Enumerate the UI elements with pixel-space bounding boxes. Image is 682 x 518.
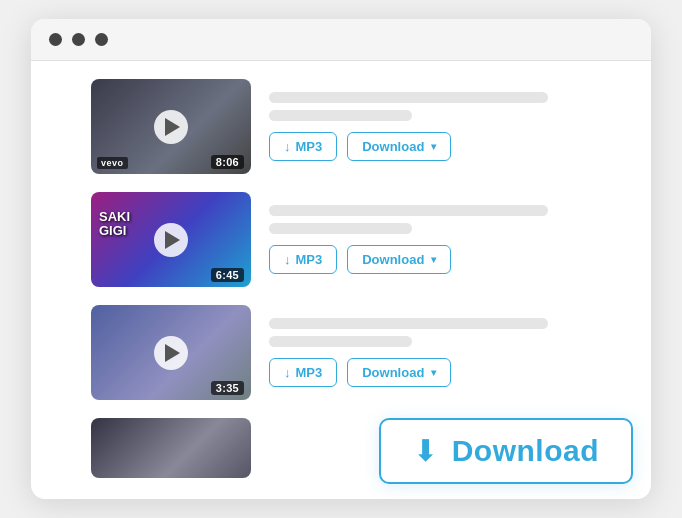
mp3-label: MP3 bbox=[296, 365, 323, 380]
vevo-badge: vevo bbox=[97, 157, 128, 169]
actions-row: ↓ MP3 Download ▾ bbox=[269, 245, 627, 274]
chevron-down-icon: ▾ bbox=[431, 141, 436, 152]
browser-content: vevo 8:06 ↓ MP3 Download ▾ bbox=[31, 61, 651, 496]
chevron-down-icon: ▾ bbox=[431, 254, 436, 265]
mp3-button[interactable]: ↓ MP3 bbox=[269, 132, 337, 161]
traffic-light-yellow[interactable] bbox=[72, 33, 85, 46]
thumbnail bbox=[91, 418, 251, 478]
play-icon bbox=[165, 231, 180, 249]
saki-text: SAKIGIGI bbox=[99, 210, 130, 239]
big-download-overlay[interactable]: ⬇ Download bbox=[379, 418, 633, 484]
actions-row: ↓ MP3 Download ▾ bbox=[269, 358, 627, 387]
duration-badge: 8:06 bbox=[211, 155, 244, 169]
list-item: SAKIGIGI 6:45 ↓ MP3 Download ▾ bbox=[91, 192, 627, 287]
download-label: Download bbox=[362, 252, 424, 267]
big-download-icon: ⬇ bbox=[413, 436, 438, 466]
play-button[interactable] bbox=[154, 336, 188, 370]
browser-window: vevo 8:06 ↓ MP3 Download ▾ bbox=[31, 19, 651, 499]
play-icon bbox=[165, 344, 180, 362]
download-button[interactable]: Download ▾ bbox=[347, 358, 451, 387]
traffic-light-red[interactable] bbox=[49, 33, 62, 46]
play-icon bbox=[165, 118, 180, 136]
play-button[interactable] bbox=[154, 223, 188, 257]
actions-row: ↓ MP3 Download ▾ bbox=[269, 132, 627, 161]
duration-badge: 3:35 bbox=[211, 381, 244, 395]
chevron-down-icon: ▾ bbox=[431, 367, 436, 378]
list-item: 3:35 ↓ MP3 Download ▾ bbox=[91, 305, 627, 400]
duration-badge: 6:45 bbox=[211, 268, 244, 282]
title-bar-long bbox=[269, 92, 548, 103]
download-arrow-icon: ↓ bbox=[284, 365, 291, 380]
title-bar bbox=[31, 19, 651, 61]
download-label: Download bbox=[362, 365, 424, 380]
mp3-label: MP3 bbox=[296, 252, 323, 267]
download-button[interactable]: Download ▾ bbox=[347, 245, 451, 274]
video-info: ↓ MP3 Download ▾ bbox=[269, 205, 627, 274]
title-bar-short bbox=[269, 110, 412, 121]
title-bar-long bbox=[269, 318, 548, 329]
download-button[interactable]: Download ▾ bbox=[347, 132, 451, 161]
big-download-label: Download bbox=[452, 434, 599, 468]
title-bar-short bbox=[269, 223, 412, 234]
traffic-light-green[interactable] bbox=[95, 33, 108, 46]
thumbnail: vevo 8:06 bbox=[91, 79, 251, 174]
video-info: ↓ MP3 Download ▾ bbox=[269, 92, 627, 161]
list-item: vevo 8:06 ↓ MP3 Download ▾ bbox=[91, 79, 627, 174]
download-arrow-icon: ↓ bbox=[284, 139, 291, 154]
download-label: Download bbox=[362, 139, 424, 154]
mp3-button[interactable]: ↓ MP3 bbox=[269, 245, 337, 274]
video-info: ↓ MP3 Download ▾ bbox=[269, 318, 627, 387]
thumbnail: 3:35 bbox=[91, 305, 251, 400]
thumbnail: SAKIGIGI 6:45 bbox=[91, 192, 251, 287]
mp3-label: MP3 bbox=[296, 139, 323, 154]
title-bar-long bbox=[269, 205, 548, 216]
mp3-button[interactable]: ↓ MP3 bbox=[269, 358, 337, 387]
title-bar-short bbox=[269, 336, 412, 347]
download-arrow-icon: ↓ bbox=[284, 252, 291, 267]
play-button[interactable] bbox=[154, 110, 188, 144]
